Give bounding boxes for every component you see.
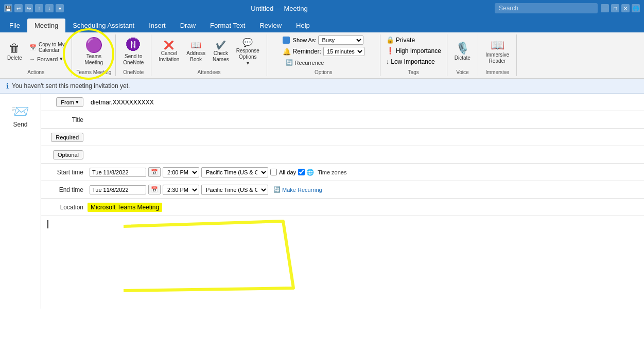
required-row: Required xyxy=(41,129,644,146)
private-button[interactable]: 🔒 Private xyxy=(385,35,416,44)
dictate-icon: 🎙️ xyxy=(456,43,469,54)
minimize-icon[interactable]: — xyxy=(601,4,609,12)
from-row: From ▾ xyxy=(41,94,644,111)
window-controls: — □ ✕ 🌐 xyxy=(601,4,640,12)
tab-scheduling-assistant[interactable]: Scheduling Assistant xyxy=(65,19,142,32)
close-icon[interactable]: ✕ xyxy=(621,4,630,12)
time-zones-button[interactable]: Time zones xyxy=(316,168,349,176)
show-as-select[interactable]: Busy Free Tentative Out of Office xyxy=(318,35,363,45)
optional-label-area: Optional xyxy=(41,150,88,159)
recurring-icon: 🔄 xyxy=(273,186,281,193)
teams-meeting-button[interactable]: 🟣 Teams Meeting xyxy=(82,36,107,68)
check-names-button[interactable]: ✔️ Check Names xyxy=(210,39,232,65)
dictate-button[interactable]: 🎙️ Dictate xyxy=(451,41,474,63)
from-button[interactable]: From ▾ xyxy=(56,97,83,107)
undo-icon[interactable]: ↩ xyxy=(14,4,23,12)
group-teams-meeting: 🟣 Teams Meeting Teams Meeting xyxy=(72,34,116,76)
body-area[interactable] xyxy=(41,216,644,309)
attendees-items: ❌ Cancel Invitation 📖 Address Book ✔️ Ch… xyxy=(155,35,262,68)
group-tags: 🔒 Private ❗ High Importance ↓ Low Import… xyxy=(380,34,447,76)
high-importance-icon: ❗ xyxy=(386,47,394,55)
teams-meeting-label: Teams Meeting xyxy=(76,69,111,75)
immersive-reader-button[interactable]: 📖 Immersive Reader xyxy=(482,38,512,66)
allday-label: All day xyxy=(279,169,296,175)
tab-format-text[interactable]: Format Text xyxy=(203,19,252,32)
onenote-items: 🅝 Send to OneNote xyxy=(120,35,147,68)
reminder-select[interactable]: 15 minutes 5 minutes 30 minutes 1 hour xyxy=(323,47,364,56)
response-options-button[interactable]: 💬 Response Options ▾ xyxy=(233,37,263,68)
tab-review[interactable]: Review xyxy=(252,19,289,32)
high-importance-button[interactable]: ❗ High Importance xyxy=(385,46,443,55)
immersive-items: 📖 Immersive Reader xyxy=(482,35,512,68)
end-time-label: End time xyxy=(41,186,88,193)
end-timezone-select[interactable]: Pacific Time (US & Cana... xyxy=(201,185,268,195)
address-book-icon: 📖 xyxy=(191,41,201,49)
copy-to-calendar-button[interactable]: 📅 Copy to My Calendar xyxy=(26,41,68,54)
check-names-icon: ✔️ xyxy=(216,41,226,49)
title-label: Title xyxy=(41,116,88,123)
redo-icon[interactable]: ↪ xyxy=(25,4,33,12)
save-icon[interactable]: 💾 xyxy=(4,4,12,12)
location-value[interactable]: Microsoft Teams Meeting xyxy=(88,203,162,212)
window-title: Untitled — Meeting xyxy=(67,5,492,12)
recurrence-button[interactable]: 🔄 Recurrence xyxy=(283,58,327,67)
show-as-row: Show As: Busy Free Tentative Out of Offi… xyxy=(283,35,364,45)
forward-icon: → xyxy=(29,56,35,62)
up-icon[interactable]: ↑ xyxy=(35,4,43,12)
tags-items: 🔒 Private ❗ High Importance ↓ Low Import… xyxy=(385,35,443,68)
address-book-button[interactable]: 📖 Address Book xyxy=(183,39,208,65)
start-date-calendar-button[interactable]: 📅 xyxy=(148,167,161,177)
maximize-icon[interactable]: □ xyxy=(611,4,619,12)
end-time-row: End time 📅 2:30 PM Pacific Time (US & Ca… xyxy=(41,181,644,199)
show-as-icon xyxy=(283,37,290,44)
reminder-label: Reminder: xyxy=(293,48,321,55)
tab-file[interactable]: File xyxy=(2,19,27,32)
optional-input[interactable] xyxy=(88,149,644,160)
group-voice: 🎙️ Dictate Voice xyxy=(447,34,478,76)
start-time-select[interactable]: 2:00 PM xyxy=(163,167,199,177)
send-to-onenote-button[interactable]: 🅝 Send to OneNote xyxy=(120,36,147,68)
end-date-calendar-button[interactable]: 📅 xyxy=(148,185,161,194)
start-date-input[interactable] xyxy=(90,168,146,177)
info-bar: ℹ You haven't sent this meeting invitati… xyxy=(0,79,644,94)
low-importance-button[interactable]: ↓ Low Importance xyxy=(385,57,437,66)
title-row: Title xyxy=(41,111,644,129)
title-input[interactable] xyxy=(88,114,644,126)
allday-checkbox[interactable] xyxy=(270,169,277,175)
location-row: Location Microsoft Teams Meeting xyxy=(41,199,644,216)
forward-dropdown-icon[interactable]: ▾ xyxy=(60,56,63,62)
tab-meeting[interactable]: Meeting xyxy=(27,19,65,32)
info-icon: ℹ xyxy=(6,82,9,90)
cancel-invitation-button[interactable]: ❌ Cancel Invitation xyxy=(155,39,182,65)
globe-icon[interactable]: 🌐 xyxy=(632,4,640,12)
group-attendees: ❌ Cancel Invitation 📖 Address Book ✔️ Ch… xyxy=(151,34,267,76)
delete-icon: 🗑 xyxy=(9,43,20,54)
optional-button[interactable]: Optional xyxy=(53,150,83,159)
delete-button[interactable]: 🗑 Delete xyxy=(4,41,25,63)
end-time-select[interactable]: 2:30 PM xyxy=(163,185,199,195)
low-importance-icon: ↓ xyxy=(386,58,390,65)
fields-area: From ▾ Title Required Optional xyxy=(41,94,644,309)
private-icon: 🔒 xyxy=(386,36,394,44)
immersive-reader-icon: 📖 xyxy=(491,40,504,51)
tab-insert[interactable]: Insert xyxy=(142,19,173,32)
send-button[interactable]: 📨 Send xyxy=(5,99,36,132)
search-input[interactable] xyxy=(495,3,598,13)
start-timezone-select[interactable]: Pacific Time (US & Cana... xyxy=(201,167,268,177)
make-recurring-button[interactable]: 🔄 Make Recurring xyxy=(270,185,325,194)
actions-label: Actions xyxy=(27,69,44,75)
location-label: Location xyxy=(41,204,88,211)
forward-button[interactable]: → Forward ▾ xyxy=(26,55,68,63)
actions-items: 🗑 Delete 📅 Copy to My Calendar → Forward… xyxy=(4,35,67,68)
down-icon[interactable]: ↓ xyxy=(45,4,54,12)
required-button[interactable]: Required xyxy=(51,133,83,142)
timezone-checkbox[interactable] xyxy=(298,169,305,175)
customize-icon[interactable]: ▾ xyxy=(56,4,64,12)
end-date-input[interactable] xyxy=(90,185,146,194)
timezone-globe-icon: 🌐 xyxy=(306,169,314,176)
tab-draw[interactable]: Draw xyxy=(173,19,203,32)
from-input[interactable] xyxy=(88,97,644,108)
required-input[interactable] xyxy=(88,132,644,143)
text-cursor xyxy=(47,220,48,228)
tab-help[interactable]: Help xyxy=(289,19,317,32)
